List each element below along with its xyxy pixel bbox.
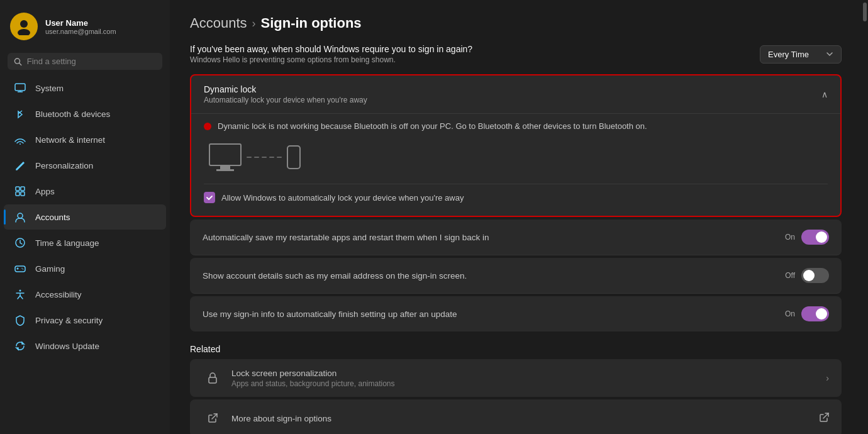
sidebar-item-apps[interactable]: Apps — [4, 179, 166, 204]
related-header: Related — [190, 344, 842, 354]
toggle-2[interactable] — [801, 306, 829, 321]
sidebar-item-accessibility[interactable]: Accessibility — [4, 282, 166, 307]
sidebar-item-system[interactable]: System — [4, 75, 166, 101]
svg-line-21 — [212, 414, 217, 419]
sidebar-label-apps: Apps — [35, 187, 55, 196]
accounts-icon — [14, 211, 26, 223]
auto-lock-label: Allow Windows to automatically lock your… — [221, 193, 464, 203]
sidebar-label-accounts: Accounts — [35, 213, 70, 222]
svg-rect-10 — [16, 192, 19, 196]
gaming-icon — [14, 262, 26, 275]
dropdown-value: Every Time — [768, 50, 809, 59]
toggle-0[interactable] — [801, 230, 829, 245]
scrollbar-thumb[interactable] — [863, 3, 867, 21]
sidebar-item-network[interactable]: Network & internet — [4, 127, 166, 152]
svg-point-19 — [19, 290, 21, 292]
settings-row-2: Use my sign-in info to automatically fin… — [190, 296, 842, 331]
dynamic-lock-header[interactable]: Dynamic lock Automatically lock your dev… — [191, 75, 840, 113]
signin-require-dropdown[interactable]: Every Time — [760, 45, 842, 64]
sidebar-label-privacy: Privacy & security — [35, 316, 103, 325]
update-icon — [14, 340, 26, 352]
svg-rect-14 — [15, 266, 25, 272]
privacy-icon — [14, 314, 26, 326]
network-icon — [14, 133, 26, 146]
dynamic-lock-card: Dynamic lock Automatically lock your dev… — [190, 74, 842, 217]
toggle-thumb-0 — [816, 231, 827, 243]
svg-rect-9 — [21, 187, 25, 191]
related-icon-1 — [203, 408, 223, 428]
sidebar-label-update: Windows Update — [35, 342, 99, 351]
main-content: Accounts › Sign-in options If you've bee… — [170, 0, 862, 434]
dynamic-lock-subtitle: Automatically lock your device when you'… — [204, 96, 367, 104]
toggle-label-2: On — [785, 309, 795, 318]
pc-phone-illustration — [204, 136, 828, 181]
chevron-up-icon: ∧ — [821, 89, 828, 99]
sidebar: User Name user.name@gmail.com System Blu… — [0, 0, 170, 434]
related-item-0[interactable]: Lock screen personalization Apps and sta… — [190, 359, 842, 397]
user-name: User Name — [45, 18, 116, 28]
auto-lock-checkbox[interactable] — [204, 192, 215, 203]
related-title-1: More about sign-in options — [231, 414, 331, 423]
svg-rect-8 — [16, 187, 19, 191]
search-box[interactable] — [8, 53, 162, 70]
user-info: User Name user.name@gmail.com — [45, 18, 116, 35]
svg-rect-4 — [15, 84, 25, 91]
signin-require-row: If you've been away, when should Windows… — [190, 44, 842, 64]
svg-point-12 — [18, 213, 23, 218]
sidebar-item-bluetooth[interactable]: Bluetooth & devices — [4, 101, 166, 126]
sidebar-label-system: System — [35, 84, 64, 93]
sidebar-nav: System Bluetooth & devices Network & int… — [0, 75, 170, 359]
svg-point-1 — [18, 29, 30, 35]
svg-line-22 — [823, 413, 828, 418]
svg-point-0 — [20, 20, 28, 28]
system-icon — [14, 82, 26, 94]
svg-rect-20 — [209, 377, 216, 383]
sidebar-item-time[interactable]: Time & language — [4, 230, 166, 255]
sidebar-item-update[interactable]: Windows Update — [4, 333, 166, 359]
sidebar-item-personalization[interactable]: Personalization — [4, 153, 166, 178]
related-item-left-0: Lock screen personalization Apps and sta… — [203, 368, 395, 388]
chevron-down-icon — [826, 50, 833, 58]
sidebar-item-accounts[interactable]: Accounts — [4, 204, 166, 230]
breadcrumb-current: Sign-in options — [261, 15, 362, 31]
sidebar-label-network: Network & internet — [35, 135, 105, 145]
row-label-1: Show account details such as my email ad… — [203, 271, 467, 281]
search-input[interactable] — [27, 57, 156, 66]
toggle-container-2: On — [785, 306, 829, 321]
search-icon — [14, 57, 22, 66]
settings-row-1: Show account details such as my email ad… — [190, 258, 842, 294]
toggle-thumb-1 — [803, 270, 815, 281]
related-subtitle-0: Apps and status, background picture, ani… — [231, 379, 395, 388]
personalization-icon — [14, 159, 26, 172]
user-profile: User Name user.name@gmail.com — [0, 6, 170, 50]
external-link-icon — [819, 413, 829, 425]
scrollbar[interactable] — [862, 0, 868, 434]
accessibility-icon — [14, 288, 26, 301]
related-title-0: Lock screen personalization — [231, 369, 395, 378]
toggle-1[interactable] — [801, 268, 829, 283]
toggle-container-1: Off — [785, 268, 829, 283]
settings-rows: Automatically save my restartable apps a… — [190, 220, 842, 331]
sidebar-item-privacy[interactable]: Privacy & security — [4, 308, 166, 333]
time-icon — [14, 236, 26, 249]
connection-dashes — [247, 157, 282, 158]
related-text-1: More about sign-in options — [231, 414, 331, 423]
warning-dot-icon — [204, 123, 211, 130]
related-item-left-1: More about sign-in options — [203, 408, 331, 428]
auto-lock-checkbox-row: Allow Windows to automatically lock your… — [204, 184, 828, 206]
related-text-0: Lock screen personalization Apps and sta… — [231, 369, 395, 388]
breadcrumb: Accounts › Sign-in options — [190, 15, 842, 31]
row-label-2: Use my sign-in info to automatically fin… — [203, 309, 457, 319]
sidebar-item-gaming[interactable]: Gaming — [4, 256, 166, 281]
user-email: user.name@gmail.com — [45, 28, 116, 35]
svg-line-3 — [19, 63, 21, 65]
dynamic-lock-header-text: Dynamic lock Automatically lock your dev… — [204, 84, 367, 104]
chevron-right-icon: › — [826, 373, 829, 383]
breadcrumb-parent[interactable]: Accounts — [190, 15, 247, 31]
svg-point-18 — [23, 269, 23, 269]
sidebar-label-bluetooth: Bluetooth & devices — [35, 109, 110, 119]
related-item-1[interactable]: More about sign-in options — [190, 399, 842, 434]
svg-rect-11 — [21, 192, 25, 196]
toggle-label-0: On — [785, 233, 795, 242]
related-items: Lock screen personalization Apps and sta… — [190, 359, 842, 434]
